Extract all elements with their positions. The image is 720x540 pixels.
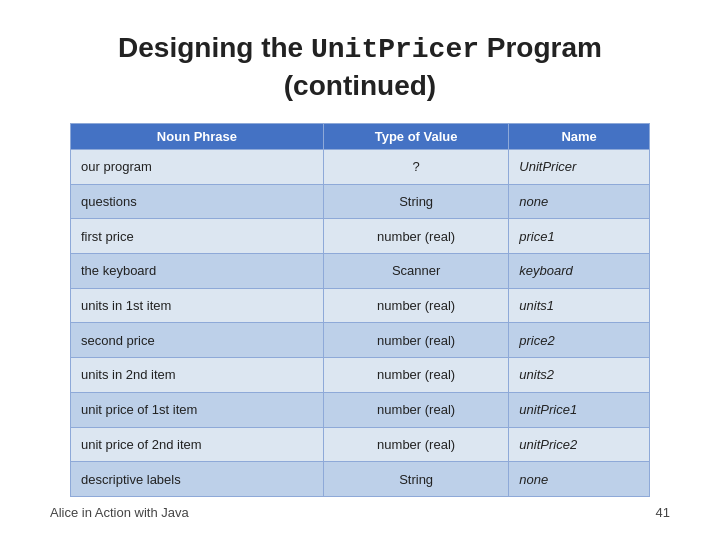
cell-5-1: number (real)	[323, 323, 508, 358]
cell-1-2: none	[509, 184, 650, 219]
cell-3-0: the keyboard	[71, 253, 324, 288]
cell-2-2: price1	[509, 219, 650, 254]
table-row: unit price of 2nd itemnumber (real)unitP…	[71, 427, 650, 462]
cell-3-2: keyboard	[509, 253, 650, 288]
cell-4-1: number (real)	[323, 288, 508, 323]
cell-9-0: descriptive labels	[71, 462, 324, 497]
cell-5-0: second price	[71, 323, 324, 358]
cell-7-1: number (real)	[323, 392, 508, 427]
cell-7-0: unit price of 1st item	[71, 392, 324, 427]
header-type-of-value: Type of Value	[323, 123, 508, 149]
cell-1-0: questions	[71, 184, 324, 219]
cell-9-1: String	[323, 462, 508, 497]
cell-8-2: unitPrice2	[509, 427, 650, 462]
table-wrapper: Noun Phrase Type of Value Name our progr…	[50, 123, 670, 497]
footer-left: Alice in Action with Java	[50, 505, 189, 520]
cell-8-1: number (real)	[323, 427, 508, 462]
cell-2-0: first price	[71, 219, 324, 254]
cell-6-0: units in 2nd item	[71, 358, 324, 393]
cell-2-1: number (real)	[323, 219, 508, 254]
data-table: Noun Phrase Type of Value Name our progr…	[70, 123, 650, 497]
cell-0-1: ?	[323, 149, 508, 184]
cell-7-2: unitPrice1	[509, 392, 650, 427]
table-header-row: Noun Phrase Type of Value Name	[71, 123, 650, 149]
table-row: units in 1st itemnumber (real)units1	[71, 288, 650, 323]
table-row: first pricenumber (real)price1	[71, 219, 650, 254]
cell-3-1: Scanner	[323, 253, 508, 288]
cell-8-0: unit price of 2nd item	[71, 427, 324, 462]
slide-title: Designing the UnitPricer Program(continu…	[50, 30, 670, 105]
table-row: units in 2nd itemnumber (real)units2	[71, 358, 650, 393]
cell-0-0: our program	[71, 149, 324, 184]
cell-6-2: units2	[509, 358, 650, 393]
footer: Alice in Action with Java 41	[50, 497, 670, 520]
title-code: UnitPricer	[311, 34, 479, 65]
table-row: our program?UnitPricer	[71, 149, 650, 184]
table-row: the keyboardScannerkeyboard	[71, 253, 650, 288]
slide: Designing the UnitPricer Program(continu…	[0, 0, 720, 540]
table-row: descriptive labelsStringnone	[71, 462, 650, 497]
cell-6-1: number (real)	[323, 358, 508, 393]
table-row: questionsStringnone	[71, 184, 650, 219]
table-row: unit price of 1st itemnumber (real)unitP…	[71, 392, 650, 427]
cell-4-0: units in 1st item	[71, 288, 324, 323]
header-noun-phrase: Noun Phrase	[71, 123, 324, 149]
cell-9-2: none	[509, 462, 650, 497]
cell-0-2: UnitPricer	[509, 149, 650, 184]
table-row: second pricenumber (real)price2	[71, 323, 650, 358]
cell-5-2: price2	[509, 323, 650, 358]
cell-4-2: units1	[509, 288, 650, 323]
footer-right: 41	[656, 505, 670, 520]
header-name: Name	[509, 123, 650, 149]
cell-1-1: String	[323, 184, 508, 219]
